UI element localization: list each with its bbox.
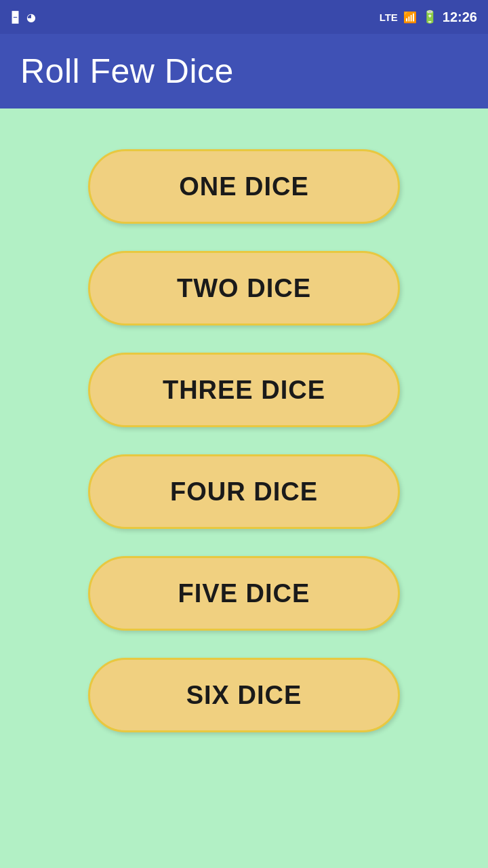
three-dice-button[interactable]: THREE DICE	[88, 353, 400, 427]
six-dice-button[interactable]: SIX DICE	[88, 658, 400, 732]
android-icon: ◕	[26, 11, 36, 24]
five-dice-label: FIVE DICE	[178, 579, 310, 608]
two-dice-button[interactable]: TWO DICE	[88, 251, 400, 326]
two-dice-label: TWO DICE	[177, 274, 311, 303]
sim-card-icon: 🁢	[11, 11, 20, 24]
status-bar: 🁢 ◕ LTE 📶 🔋 12:26	[0, 0, 488, 34]
one-dice-button[interactable]: ONE DICE	[88, 149, 400, 224]
status-bar-left: 🁢 ◕	[11, 11, 36, 24]
four-dice-button[interactable]: FOUR DICE	[88, 454, 400, 529]
six-dice-label: SIX DICE	[186, 681, 302, 710]
signal-icon: 📶	[403, 11, 417, 24]
five-dice-button[interactable]: FIVE DICE	[88, 556, 400, 631]
four-dice-label: FOUR DICE	[170, 477, 318, 507]
one-dice-label: ONE DICE	[179, 172, 309, 201]
lte-label: LTE	[380, 12, 398, 23]
battery-icon: 🔋	[422, 9, 437, 24]
main-content: ONE DICE TWO DICE THREE DICE FOUR DICE F…	[0, 108, 488, 868]
toolbar: Roll Few Dice	[0, 34, 488, 108]
three-dice-label: THREE DICE	[163, 376, 325, 405]
status-bar-right: LTE 📶 🔋 12:26	[380, 9, 477, 25]
time-display: 12:26	[443, 9, 477, 25]
page-title: Roll Few Dice	[20, 52, 234, 91]
